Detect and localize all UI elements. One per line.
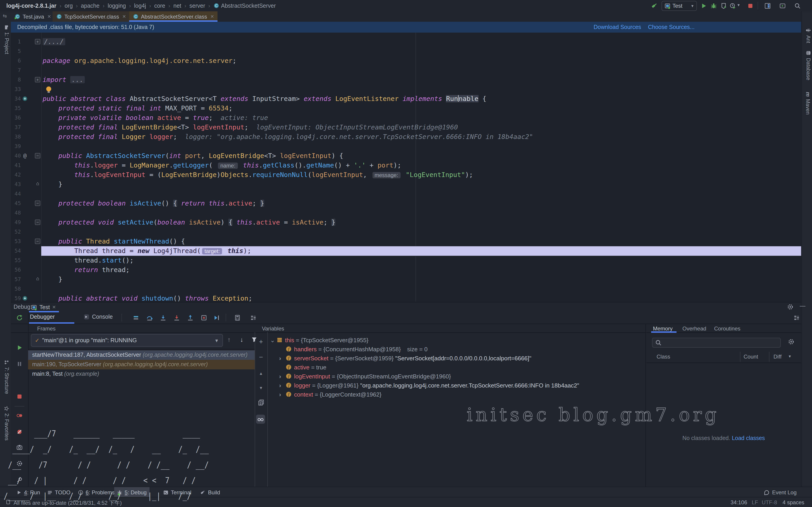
code-line[interactable]: 33 [11,84,801,94]
code-line[interactable]: 5 [11,47,801,56]
event-log-button[interactable]: Event Log [764,487,797,498]
pin-icon[interactable] [16,477,23,483]
code-line[interactable]: 34public abstract class AbstractSocketSe… [11,94,801,104]
code-line[interactable]: 36 private volatile boolean active = tru… [11,113,801,123]
stop-icon[interactable] [747,2,754,9]
duplicate-watch-icon[interactable] [258,399,264,406]
rerun-icon[interactable] [16,315,23,321]
tab-console[interactable]: Console [83,314,113,320]
fold-collapse-icon[interactable]: − [35,201,40,206]
build-hammer-icon[interactable] [651,2,658,9]
fold-collapse-icon[interactable]: − [35,153,40,159]
download-sources-link[interactable]: Download Sources [594,24,641,30]
memory-search-input[interactable] [652,338,781,348]
chevron-down-icon[interactable]: ⌄ [270,336,276,345]
toolwindow-stripe-1-project[interactable]: 1: Project [4,25,9,54]
step-over-icon[interactable] [146,314,153,322]
line-number[interactable]: 38 [11,132,21,142]
toolwindow-stripe-2-favorites[interactable]: 2: Favorites [4,406,9,441]
choose-sources-link[interactable]: Choose Sources... [648,24,695,30]
line-number[interactable]: 48 [11,208,21,218]
layout-icon[interactable] [250,314,257,322]
line-number[interactable]: 5 [11,47,21,56]
line-number[interactable]: 53 [11,237,21,246]
indent-setting[interactable]: 4 spaces [782,499,804,506]
code-line[interactable]: 45− protected boolean isActive() { retur… [11,199,801,208]
step-into-icon[interactable] [159,314,167,322]
line-number[interactable]: 37 [11,123,21,132]
chevron-right-icon[interactable]: › [279,381,286,390]
move-watch-down-icon[interactable]: ▼ [258,385,264,391]
pause-icon[interactable] [16,361,23,367]
close-icon[interactable]: ✕ [47,14,51,19]
toolwindow-button-todo[interactable]: TODO [44,487,73,498]
editor-tab[interactable]: CTcpSocketServer.class✕ [53,11,129,22]
resume-icon[interactable] [16,344,23,351]
fold-expand-icon[interactable]: + [35,39,40,44]
line-number[interactable]: 49 [11,218,21,227]
code-line[interactable]: 43⌂ } [11,180,801,189]
toolwindow-button-5-debug[interactable]: 5: Debug [114,487,149,498]
code-line[interactable]: 56 return thread; [11,265,801,275]
code-line[interactable]: 41 this.logger = LogManager.getLogger( n… [11,161,801,170]
stop-icon[interactable] [16,393,23,400]
caret-position[interactable]: 34:106 [731,499,747,506]
code-line[interactable]: 37 protected final LogEventBridge<T> log… [11,123,801,132]
toolwindow-stripe-7-structure[interactable]: 7: Structure [4,360,9,394]
line-number[interactable]: 33 [11,84,21,94]
search-icon[interactable] [794,2,801,9]
line-number[interactable]: 39 [11,142,21,151]
code-line[interactable]: 55 thread.start(); [11,256,801,265]
memory-tab-overhead[interactable]: Overhead [682,326,706,332]
fold-end-icon[interactable]: ⌂ [35,277,40,282]
file-encoding[interactable]: UTF-8 [762,499,777,506]
fold-end-icon[interactable]: ⌂ [35,181,40,187]
move-watch-up-icon[interactable]: ▲ [258,370,264,377]
code-line[interactable]: 38 protected final Logger logger; logger… [11,132,801,142]
variable-row[interactable]: ⌄this = {TcpSocketServer@1955} [270,336,368,345]
line-number[interactable]: 42 [11,170,21,180]
view-breakpoints-icon[interactable] [16,412,23,419]
coverage-icon[interactable] [720,2,727,9]
line-number[interactable]: 44 [11,189,21,199]
run-to-cursor-icon[interactable] [213,314,220,322]
chevron-right-icon[interactable]: › [279,354,286,363]
line-number[interactable]: 41 [11,161,21,170]
line-number[interactable]: 52 [11,227,21,237]
evaluate-expression-icon[interactable] [234,314,241,322]
memory-tab-memory[interactable]: Memory [653,326,673,332]
code-line[interactable]: 39 [11,142,801,151]
line-number[interactable]: 55 [11,256,21,265]
line-ending[interactable]: LF [752,499,758,506]
toolwindow-button-terminal[interactable]: Terminal [160,487,194,498]
variable-row[interactable]: ›flogEventInput = {ObjectInputStreamLogE… [279,372,451,381]
layout-icon[interactable] [793,314,800,322]
code-line[interactable]: 44 [11,189,801,199]
line-number[interactable]: 7 [11,66,21,75]
tab-options-icon[interactable]: ⇆ [3,13,7,19]
thread-selector[interactable]: ✓ "main"@1 in group "main": RUNNING ▼ [31,334,223,347]
impl-gutter-icon[interactable] [22,96,28,101]
code-line[interactable]: 1+/.../ [11,37,801,47]
code-line[interactable]: 48 [11,208,801,218]
column-header-diff[interactable]: Diff [773,353,782,360]
tool-windows-icon[interactable] [764,2,771,9]
line-number[interactable]: 43 [11,180,21,189]
mute-breakpoints-icon[interactable] [16,429,23,435]
stack-frame-row[interactable]: main:8, Test (org.example) [28,370,255,379]
code-line[interactable]: 7 [11,66,801,75]
tab-debugger[interactable]: Debugger [30,314,55,320]
profiler-icon[interactable] [729,2,736,9]
code-line[interactable]: 53− public Thread startNewThread() { [11,237,801,246]
line-number[interactable]: 8 [11,75,21,84]
line-number[interactable]: 56 [11,265,21,275]
run-icon[interactable] [700,2,707,9]
force-step-into-icon[interactable] [173,314,180,322]
thread-dump-icon[interactable] [16,444,23,450]
impl-gutter-icon[interactable] [22,296,28,301]
add-watch-icon[interactable]: + [258,339,264,345]
line-number[interactable]: 58 [11,284,21,294]
code-line[interactable]: 57⌂ } [11,275,801,284]
line-number[interactable]: 34 [11,94,21,104]
variable-row[interactable]: factive = true [279,363,326,372]
